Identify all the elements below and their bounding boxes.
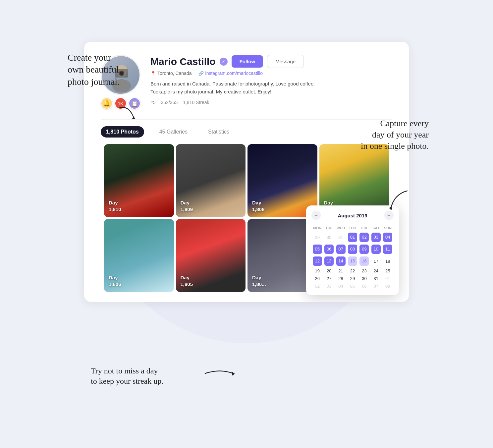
calendar-days-header: MON TUE WED THU FRI SAT SUN (311, 225, 394, 231)
photo-item[interactable]: Day 1,806 (104, 219, 174, 292)
profile-bio: Born and raised in Canada. Passionate fo… (150, 80, 392, 96)
calendar-day[interactable]: 26 (311, 275, 323, 282)
calendar-day[interactable]: 06 (358, 282, 370, 290)
calendar-week: 05 06 07 08 09 10 11 (311, 243, 394, 255)
calendar-day[interactable]: 27 (323, 275, 335, 282)
arrow-bottom-icon (203, 365, 237, 383)
photo-day-label: Day 1,809 (181, 199, 193, 212)
calendar-week: 19 20 21 22 23 24 25 (311, 267, 394, 275)
annotation-top-left: Create your own beautiful photo journal. (68, 52, 120, 88)
annotation-top-right: Capture every day of your year in one si… (361, 118, 429, 151)
tab-statistics[interactable]: Statistics (203, 126, 235, 138)
main-card: 🔔 1K 📋 Mario Castillo ✓ Follow Message 📍… (84, 42, 409, 302)
calendar-day[interactable]: 21 (335, 267, 347, 275)
profile-name: Mario Castillo (150, 56, 216, 67)
calendar-day[interactable]: 01 (382, 275, 394, 282)
svg-point-6 (120, 72, 123, 75)
tab-galleries[interactable]: 45 Galleries (154, 126, 193, 138)
calendar-day[interactable]: 05 (347, 282, 358, 290)
calendar-day[interactable]: 25 (382, 267, 394, 275)
website-meta: 🔗 instagram.com/mariocastillo (198, 71, 263, 76)
outer-wrapper: Create your own beautiful photo journal.… (64, 25, 429, 423)
annotation-bottom: Try not to miss a day to keep your strea… (91, 366, 163, 386)
calendar-week: 26 27 28 29 30 31 01 (311, 275, 394, 282)
svg-marker-0 (132, 116, 136, 119)
photo-grid-container: Day 1,810 Day 1,809 Day 1,808 (84, 144, 409, 292)
photo-day-label: Day 1,805 (181, 274, 193, 287)
calendar-day[interactable]: 18 (382, 255, 394, 267)
calendar-table: MON TUE WED THU FRI SAT SUN 29 (311, 225, 394, 290)
photo-item[interactable]: Day 1,809 (176, 144, 246, 217)
location-text: Toronto, Canada (157, 71, 192, 76)
calendar-day[interactable]: 22 (347, 267, 358, 275)
calendar-day[interactable]: 30 (323, 231, 335, 243)
day-wed: WED (335, 225, 347, 231)
calendar-day[interactable]: 06 (323, 243, 335, 255)
arrow-top-right-icon (384, 188, 411, 215)
calendar-day[interactable]: 12 (311, 255, 323, 267)
photo-item[interactable]: Day 1,808 (247, 144, 317, 217)
calendar-day[interactable]: 07 (370, 282, 382, 290)
calendar-day[interactable]: 14 (335, 255, 347, 267)
calendar-day[interactable]: 16 (358, 255, 370, 267)
calendar-day[interactable]: 20 (323, 267, 335, 275)
calendar-day[interactable]: 28 (335, 275, 347, 282)
calendar-day[interactable]: 04 (382, 231, 394, 243)
photo-item[interactable]: Day 1,805 (176, 219, 246, 292)
day-sun: SUN (382, 225, 394, 231)
calendar-day[interactable]: 07 (335, 243, 347, 255)
calendar-day[interactable]: 05 (311, 243, 323, 255)
calendar-day[interactable]: 03 (323, 282, 335, 290)
verified-icon: ✓ (220, 58, 228, 66)
calendar-day[interactable]: 24 (370, 267, 382, 275)
calendar-day[interactable]: 04 (335, 282, 347, 290)
message-button[interactable]: Message (267, 55, 304, 68)
calendar-header: ← August 2019 → (311, 211, 394, 220)
bio-line1: Born and raised in Canada. Passionate fo… (150, 80, 392, 88)
calendar-day[interactable]: 09 (358, 243, 370, 255)
calendar-day[interactable]: 01 (347, 231, 358, 243)
calendar-day[interactable]: 02 (311, 282, 323, 290)
calendar-day[interactable]: 13 (323, 255, 335, 267)
progress-stat: 352/365 (161, 100, 178, 105)
photo-day-label: Day 1,808 (252, 199, 265, 212)
calendar-day[interactable]: 31 (370, 275, 382, 282)
calendar-day[interactable]: 29 (311, 231, 323, 243)
photo-item[interactable]: Day 1,810 (104, 144, 174, 217)
calendar-day[interactable]: 08 (382, 282, 394, 290)
svg-marker-7 (232, 372, 235, 376)
calendar-day[interactable]: 02 (358, 231, 370, 243)
photo-day-label: Day 1,806 (109, 274, 121, 287)
calendar-day[interactable]: 08 (347, 243, 358, 255)
profile-meta: 📍 Toronto, Canada 🔗 instagram.com/marioc… (150, 71, 392, 76)
profile-stats: #5 352/365 1,810 Streak (150, 100, 392, 105)
calendar-day[interactable]: 30 (358, 275, 370, 282)
location-icon: 📍 (150, 71, 156, 76)
calendar-day[interactable]: 19 (311, 267, 323, 275)
calendar-day[interactable]: 17 (370, 255, 382, 267)
day-tue: TUE (323, 225, 335, 231)
streak-stat: 1,810 Streak (183, 100, 209, 105)
profile-name-row: Mario Castillo ✓ Follow Message (150, 55, 392, 68)
website-text[interactable]: instagram.com/mariocastillo (205, 71, 263, 76)
calendar-prev-button[interactable]: ← (311, 211, 321, 220)
calendar-day[interactable]: 29 (347, 275, 358, 282)
calendar-day[interactable]: 15 (347, 255, 358, 267)
calendar-day[interactable]: 10 (370, 243, 382, 255)
badge-bell: 🔔 (101, 97, 113, 109)
svg-marker-1 (389, 206, 392, 210)
link-icon: 🔗 (198, 71, 204, 76)
calendar-day[interactable]: 23 (358, 267, 370, 275)
calendar-week: 29 30 31 01 02 03 04 (311, 231, 394, 243)
calendar-day[interactable]: 03 (370, 231, 382, 243)
bio-line2: Tookapic is my photo journal. My creativ… (150, 88, 392, 96)
calendar-week: 02 03 04 05 06 07 08 (311, 282, 394, 290)
calendar-day[interactable]: 31 (335, 231, 347, 243)
calendar-week: 12 13 14 15 16 17 18 (311, 255, 394, 267)
follow-button[interactable]: Follow (232, 55, 263, 68)
calendar-title: August 2019 (338, 213, 367, 218)
calendar-day[interactable]: 11 (382, 243, 394, 255)
tab-photos[interactable]: 1,810 Photos (101, 126, 144, 138)
rank-stat: #5 (150, 100, 156, 105)
arrow-top-left-icon (116, 105, 142, 126)
